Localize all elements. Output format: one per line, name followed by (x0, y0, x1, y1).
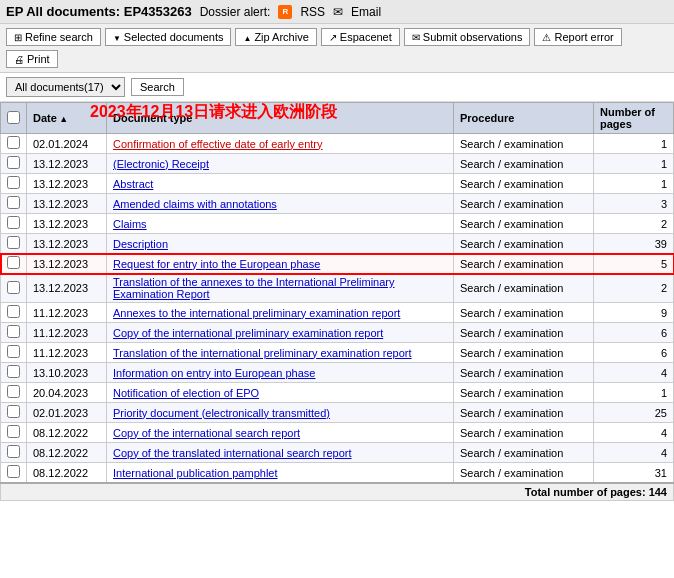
row-date: 02.01.2024 (27, 134, 107, 154)
search-button[interactable]: Search (131, 78, 184, 96)
doc-type-link[interactable]: Priority document (electronically transm… (113, 407, 330, 419)
row-checkbox[interactable] (7, 196, 20, 209)
row-checkbox-cell (1, 463, 27, 484)
doc-type-link[interactable]: Translation of the annexes to the Intern… (113, 276, 394, 300)
select-all-checkbox[interactable] (7, 111, 20, 124)
table-row: 13.12.2023ClaimsSearch / examination2 (1, 214, 674, 234)
row-checkbox[interactable] (7, 465, 20, 478)
zip-icon (243, 31, 251, 43)
row-doctype: Claims (107, 214, 454, 234)
doc-type-link[interactable]: Amended claims with annotations (113, 198, 277, 210)
report-icon (542, 31, 551, 43)
col-header-check (1, 103, 27, 134)
row-doctype: Information on entry into European phase (107, 363, 454, 383)
table-row: 08.12.2022Copy of the translated interna… (1, 443, 674, 463)
table-row: 13.12.2023Amended claims with annotation… (1, 194, 674, 214)
zip-archive-button[interactable]: Zip Archive (235, 28, 316, 46)
doc-type-link[interactable]: Confirmation of effective date of early … (113, 138, 323, 150)
row-checkbox-cell (1, 363, 27, 383)
row-procedure: Search / examination (454, 214, 594, 234)
submit-observations-button[interactable]: Submit observations (404, 28, 531, 46)
email-link[interactable]: Email (351, 5, 381, 19)
table-header-row: Date Document type Procedure Number of p… (1, 103, 674, 134)
row-checkbox[interactable] (7, 236, 20, 249)
doc-type-link[interactable]: Annexes to the international preliminary… (113, 307, 400, 319)
doc-type-link[interactable]: Notification of election of EPO (113, 387, 259, 399)
row-checkbox-cell (1, 134, 27, 154)
selected-documents-button[interactable]: Selected documents (105, 28, 232, 46)
row-procedure: Search / examination (454, 363, 594, 383)
document-filter-select[interactable]: All documents(17) (6, 77, 125, 97)
doc-type-link[interactable]: Request for entry into the European phas… (113, 258, 320, 270)
row-pages: 4 (594, 363, 674, 383)
row-checkbox[interactable] (7, 136, 20, 149)
row-pages: 1 (594, 383, 674, 403)
row-doctype: (Electronic) Receipt (107, 154, 454, 174)
table-row: 02.01.2024Confirmation of effective date… (1, 134, 674, 154)
row-procedure: Search / examination (454, 323, 594, 343)
row-checkbox[interactable] (7, 216, 20, 229)
row-checkbox[interactable] (7, 365, 20, 378)
row-pages: 4 (594, 423, 674, 443)
row-checkbox[interactable] (7, 281, 20, 294)
row-checkbox[interactable] (7, 445, 20, 458)
row-checkbox[interactable] (7, 176, 20, 189)
row-doctype: Request for entry into the European phas… (107, 254, 454, 274)
toolbar: Refine search Selected documents Zip Arc… (0, 24, 674, 73)
doc-type-link[interactable]: (Electronic) Receipt (113, 158, 209, 170)
row-checkbox[interactable] (7, 405, 20, 418)
row-procedure: Search / examination (454, 303, 594, 323)
total-row: Total number of pages: 144 (1, 483, 674, 501)
row-checkbox-cell (1, 194, 27, 214)
row-checkbox[interactable] (7, 385, 20, 398)
row-doctype: Abstract (107, 174, 454, 194)
doc-type-link[interactable]: Copy of the international search report (113, 427, 300, 439)
doc-type-link[interactable]: Information on entry into European phase (113, 367, 315, 379)
espacenet-button[interactable]: Espacenet (321, 28, 400, 46)
row-checkbox-cell (1, 323, 27, 343)
row-doctype: Notification of election of EPO (107, 383, 454, 403)
row-pages: 1 (594, 174, 674, 194)
table-row: 02.01.2023Priority document (electronica… (1, 403, 674, 423)
doc-type-link[interactable]: Claims (113, 218, 147, 230)
col-header-date[interactable]: Date (27, 103, 107, 134)
doc-type-link[interactable]: Copy of the translated international sea… (113, 447, 351, 459)
col-header-doctype: Document type (107, 103, 454, 134)
row-checkbox-cell (1, 234, 27, 254)
doc-type-link[interactable]: Description (113, 238, 168, 250)
doc-type-link[interactable]: Abstract (113, 178, 153, 190)
row-doctype: Copy of the international search report (107, 423, 454, 443)
print-icon (14, 53, 24, 65)
row-checkbox[interactable] (7, 305, 20, 318)
row-checkbox[interactable] (7, 256, 20, 269)
row-date: 08.12.2022 (27, 423, 107, 443)
row-pages: 2 (594, 274, 674, 303)
report-error-button[interactable]: Report error (534, 28, 621, 46)
print-button[interactable]: Print (6, 50, 58, 68)
row-checkbox-cell (1, 403, 27, 423)
row-checkbox[interactable] (7, 425, 20, 438)
doc-type-link[interactable]: Translation of the international prelimi… (113, 347, 412, 359)
doc-type-link[interactable]: International publication pamphlet (113, 467, 278, 479)
doc-type-link[interactable]: Copy of the international preliminary ex… (113, 327, 383, 339)
row-pages: 6 (594, 343, 674, 363)
row-checkbox[interactable] (7, 156, 20, 169)
table-row: 13.10.2023Information on entry into Euro… (1, 363, 674, 383)
row-checkbox[interactable] (7, 345, 20, 358)
row-date: 13.12.2023 (27, 254, 107, 274)
row-pages: 2 (594, 214, 674, 234)
row-doctype: Description (107, 234, 454, 254)
table-row: 13.12.2023(Electronic) ReceiptSearch / e… (1, 154, 674, 174)
row-checkbox[interactable] (7, 325, 20, 338)
row-checkbox-cell (1, 254, 27, 274)
row-date: 02.01.2023 (27, 403, 107, 423)
rss-link[interactable]: RSS (300, 5, 325, 19)
row-checkbox-cell (1, 154, 27, 174)
espacenet-icon (329, 31, 337, 43)
row-date: 13.12.2023 (27, 234, 107, 254)
col-header-procedure: Procedure (454, 103, 594, 134)
row-procedure: Search / examination (454, 134, 594, 154)
row-pages: 1 (594, 154, 674, 174)
row-procedure: Search / examination (454, 274, 594, 303)
refine-search-button[interactable]: Refine search (6, 28, 101, 46)
